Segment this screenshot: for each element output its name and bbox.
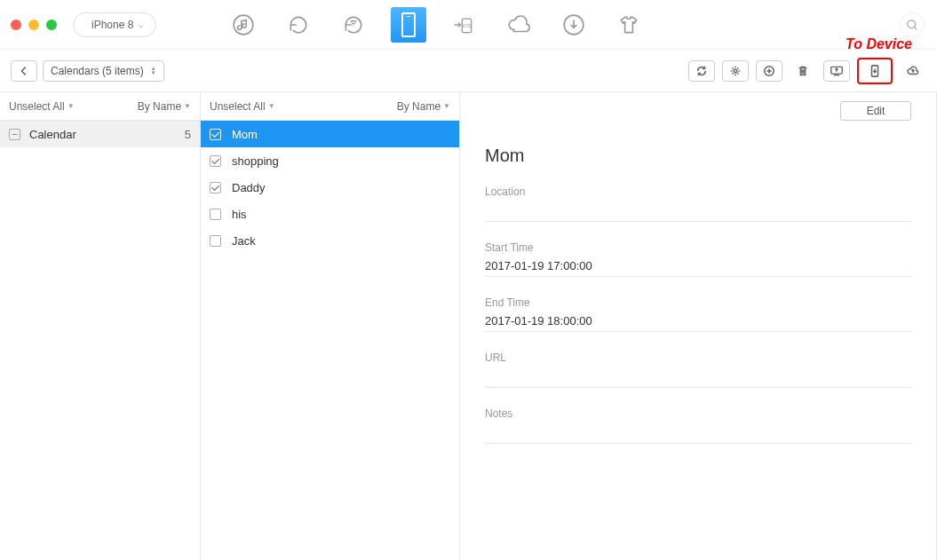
url-label: URL bbox=[485, 351, 911, 364]
category-icons: iOS bbox=[226, 7, 647, 43]
download-icon[interactable] bbox=[556, 7, 592, 43]
event-label: Daddy bbox=[232, 181, 266, 194]
detail-pane: Edit Mom Location Start Time 2017-01-19 … bbox=[460, 92, 936, 461]
add-button[interactable] bbox=[756, 60, 782, 82]
close-window-button[interactable] bbox=[11, 20, 21, 30]
notes-value bbox=[485, 425, 911, 439]
svg-point-1 bbox=[353, 25, 354, 26]
caret-down-icon: ▼ bbox=[268, 102, 275, 110]
category-column: Unselect All ▼ By Name ▼ − Calendar 5 bbox=[0, 92, 201, 560]
caret-down-icon: ▼ bbox=[67, 102, 75, 110]
device-icon[interactable] bbox=[391, 7, 426, 43]
search-button[interactable] bbox=[900, 12, 925, 37]
device-selector[interactable]: iPhone 8 ⌵ bbox=[73, 12, 156, 37]
unselect-all-label: Unselect All bbox=[210, 100, 266, 113]
checkbox[interactable] bbox=[210, 235, 221, 247]
event-row[interactable]: Daddy bbox=[201, 174, 459, 201]
sort-label: By Name bbox=[397, 100, 441, 113]
export-to-mac-button[interactable] bbox=[823, 60, 850, 82]
settings-button[interactable] bbox=[722, 60, 749, 82]
top-toolbar: iPhone 8 ⌵ iOS bbox=[0, 0, 937, 50]
breadcrumb-label: Calendars (5 items) bbox=[51, 65, 144, 77]
sub-toolbar: Calendars (5 items) ▲▼ bbox=[0, 50, 937, 92]
url-value bbox=[485, 369, 911, 383]
end-time-value: 2017-01-19 18:00:00 bbox=[485, 314, 911, 332]
minimize-window-button[interactable] bbox=[28, 20, 39, 30]
checkbox[interactable] bbox=[210, 182, 221, 193]
refresh-button[interactable] bbox=[688, 60, 715, 82]
sort-label: By Name bbox=[138, 100, 181, 113]
music-icon[interactable] bbox=[226, 7, 261, 43]
event-label: Jack bbox=[232, 234, 256, 248]
device-name: iPhone 8 bbox=[91, 19, 133, 31]
caret-down-icon: ⌵ bbox=[139, 20, 143, 29]
notes-label: Notes bbox=[485, 407, 911, 420]
svg-point-6 bbox=[734, 69, 737, 73]
edit-button[interactable]: Edit bbox=[840, 101, 911, 121]
unselect-all-dropdown[interactable]: Unselect All ▼ bbox=[210, 100, 275, 113]
event-list: MomshoppingDaddyhisJack bbox=[201, 121, 459, 254]
checkbox[interactable] bbox=[210, 155, 221, 167]
category-count: 5 bbox=[185, 128, 191, 141]
location-value bbox=[485, 203, 911, 217]
sort-dropdown[interactable]: By Name ▼ bbox=[397, 100, 450, 113]
start-time-value: 2017-01-19 17:00:00 bbox=[485, 259, 911, 277]
back-button[interactable] bbox=[11, 60, 37, 82]
sort-dropdown[interactable]: By Name ▼ bbox=[138, 100, 191, 113]
location-label: Location bbox=[485, 185, 911, 198]
backup-icon[interactable] bbox=[281, 7, 316, 43]
event-label: his bbox=[232, 208, 247, 221]
caret-down-icon: ▼ bbox=[443, 102, 450, 110]
to-ios-icon[interactable]: iOS bbox=[446, 7, 481, 43]
start-time-label: Start Time bbox=[485, 241, 911, 254]
event-title: Mom bbox=[485, 146, 911, 166]
event-column: Unselect All ▼ By Name ▼ MomshoppingDadd… bbox=[201, 92, 460, 560]
event-header: Unselect All ▼ By Name ▼ bbox=[201, 92, 459, 121]
partial-select-indicator[interactable]: − bbox=[9, 129, 20, 140]
event-row[interactable]: shopping bbox=[201, 147, 459, 174]
window-controls bbox=[11, 20, 57, 30]
category-row-calendar[interactable]: − Calendar 5 bbox=[0, 121, 200, 147]
svg-point-5 bbox=[908, 20, 916, 28]
event-row[interactable]: his bbox=[201, 201, 459, 227]
checkbox[interactable] bbox=[210, 209, 221, 220]
tshirt-icon[interactable] bbox=[611, 7, 647, 43]
cloud-icon[interactable] bbox=[501, 7, 536, 43]
event-label: Mom bbox=[232, 128, 258, 141]
category-label: Calendar bbox=[29, 128, 76, 141]
event-row[interactable]: Mom bbox=[201, 121, 459, 147]
unselect-all-label: Unselect All bbox=[9, 100, 65, 113]
to-cloud-button[interactable] bbox=[900, 60, 926, 82]
delete-button[interactable] bbox=[790, 60, 816, 82]
caret-down-icon: ▼ bbox=[184, 102, 191, 110]
category-header: Unselect All ▼ By Name ▼ bbox=[0, 92, 200, 121]
stepper-icon: ▲▼ bbox=[151, 67, 156, 75]
action-buttons bbox=[688, 58, 926, 84]
wifi-backup-icon[interactable] bbox=[336, 7, 371, 43]
breadcrumb-selector[interactable]: Calendars (5 items) ▲▼ bbox=[43, 60, 164, 82]
detail-column: Edit Mom Location Start Time 2017-01-19 … bbox=[460, 92, 937, 560]
svg-text:iOS: iOS bbox=[463, 23, 472, 28]
event-label: shopping bbox=[232, 154, 279, 168]
checkbox[interactable] bbox=[210, 129, 221, 140]
end-time-label: End Time bbox=[485, 296, 911, 309]
event-row[interactable]: Jack bbox=[201, 227, 459, 254]
unselect-all-dropdown[interactable]: Unselect All ▼ bbox=[9, 100, 75, 113]
content-columns: Unselect All ▼ By Name ▼ − Calendar 5 Un… bbox=[0, 92, 937, 560]
maximize-window-button[interactable] bbox=[46, 20, 57, 30]
to-device-button[interactable] bbox=[857, 58, 893, 84]
